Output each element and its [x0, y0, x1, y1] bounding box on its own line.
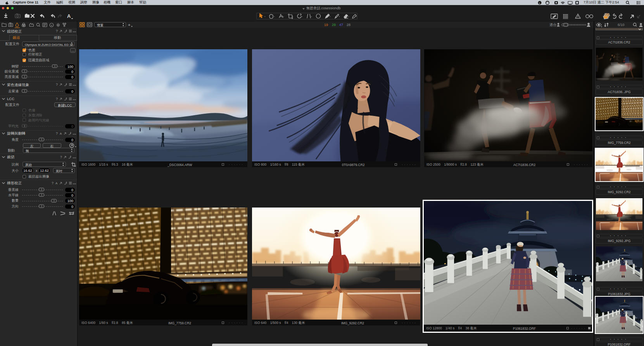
svg-text:?: ?	[52, 181, 54, 185]
svg-text:?: ?	[56, 83, 58, 86]
svg-text:?: ?	[60, 155, 62, 159]
svg-text:A: A	[55, 182, 58, 185]
svg-text:?: ?	[56, 29, 58, 33]
svg-text:?: ?	[56, 131, 58, 135]
svg-text:A: A	[67, 13, 71, 19]
svg-text:A: A	[60, 132, 62, 135]
svg-text:6/10: 6/10	[618, 23, 625, 27]
svg-text:?: ?	[56, 97, 58, 101]
